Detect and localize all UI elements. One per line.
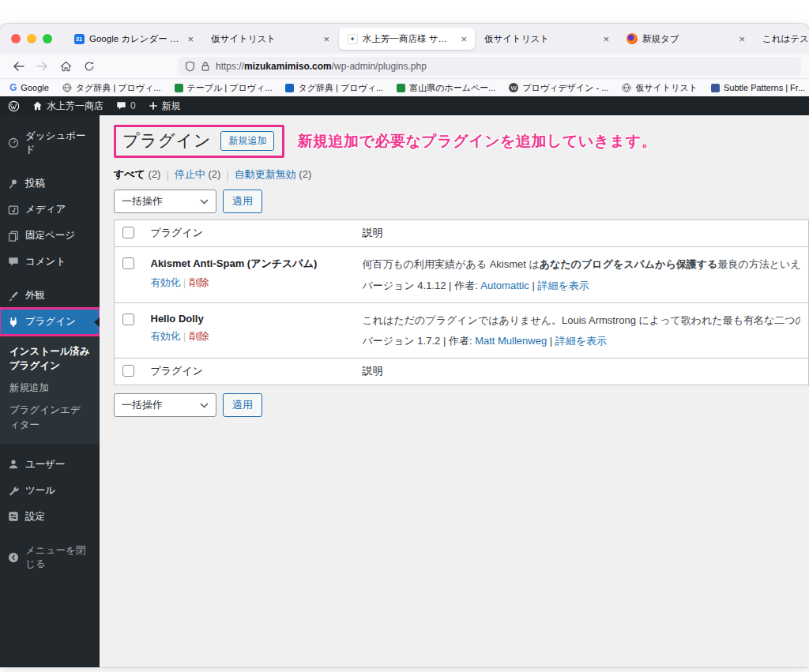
sidebar-item-comments[interactable]: コメント: [0, 249, 100, 275]
activate-link[interactable]: 有効化: [151, 277, 181, 288]
apply-button[interactable]: 適用: [223, 393, 262, 417]
plugins-submenu: インストール済みプラグイン 新規追加 プラグインエディター: [0, 335, 100, 444]
row-checkbox[interactable]: [122, 257, 134, 269]
submenu-installed-plugins[interactable]: インストール済みプラグイン: [0, 340, 100, 377]
submenu-add-new[interactable]: 新規追加: [0, 377, 100, 399]
wp-admin-bar: 水上芳一商店 0 新規: [0, 96, 809, 115]
tab-close-icon[interactable]: ×: [186, 34, 195, 44]
select-all-checkbox[interactable]: [122, 227, 134, 238]
wordpress-icon: W: [509, 83, 518, 92]
filter-auto-update-disabled[interactable]: 自動更新無効 (2): [235, 167, 312, 182]
wp-logo-icon[interactable]: [8, 100, 20, 112]
sidebar-item-appearance[interactable]: 外観: [0, 283, 100, 309]
tab-site-list-1[interactable]: 仮サイトリスト ×: [203, 28, 337, 50]
plugin-description: これはただのプラグインではありません。Louis Armstrong によって歌…: [363, 313, 801, 328]
settings-icon: [8, 511, 19, 522]
comment-bubble-icon: [116, 101, 126, 111]
forward-icon[interactable]: [32, 57, 52, 76]
home-icon[interactable]: [55, 57, 76, 76]
tab-new-tab[interactable]: 新規タブ ×: [619, 28, 753, 50]
sidebar-item-dashboard[interactable]: ダッシュボード: [0, 123, 100, 163]
tab-title: これはテストで: [762, 33, 809, 45]
tab-close-icon[interactable]: ×: [459, 34, 468, 44]
bulk-action-select[interactable]: 一括操作: [114, 190, 216, 213]
select-all-checkbox[interactable]: [122, 365, 134, 377]
activate-link[interactable]: 有効化: [151, 331, 181, 342]
filter-inactive[interactable]: 停止中 (2): [175, 167, 221, 182]
sidebar-item-tools[interactable]: ツール: [0, 478, 100, 504]
dashboard-icon: [8, 137, 19, 148]
bookmark-tag-dict-1[interactable]: タグ辞典 | プロヴィ...: [62, 82, 161, 94]
plugin-name: Akismet Anti-Spam (アンチスパム): [151, 257, 347, 271]
sidebar-item-users[interactable]: ユーザー: [0, 452, 100, 478]
plugins-table: プラグイン 説明 Akismet Anti-Spam (アンチスパム) 有効化|…: [114, 220, 809, 385]
delete-link[interactable]: 削除: [189, 331, 209, 342]
bookmark-provi-design[interactable]: Wプロヴィデザイン - ...: [509, 82, 608, 94]
tab-close-icon[interactable]: ×: [322, 34, 331, 44]
browser-window: 31 Google カレンダー - 2021年 9月 × 仮サイトリスト × ✦…: [0, 24, 809, 667]
apply-button[interactable]: 適用: [223, 190, 262, 213]
view-details-link[interactable]: 詳細を表示: [555, 335, 607, 347]
view-details-link[interactable]: 詳細を表示: [537, 280, 589, 291]
plugin-status-filters: すべて (2) | 停止中 (2) | 自動更新無効 (2): [114, 167, 809, 182]
author-link[interactable]: Automattic: [480, 280, 529, 291]
brush-icon: [8, 291, 19, 302]
google-g-icon: G: [9, 82, 17, 93]
bulk-actions-top: 一括操作 適用: [114, 190, 809, 213]
tab-close-icon[interactable]: ×: [737, 34, 747, 44]
site-favicon-icon: ✦: [347, 33, 358, 44]
tab-google-calendar[interactable]: 31 Google カレンダー - 2021年 9月 ×: [66, 28, 201, 50]
submenu-plugin-editor[interactable]: プラグインエディター: [0, 399, 100, 435]
tab-sample-site-active[interactable]: ✦ 水上芳一商店様 サンプルサイト ×: [339, 28, 475, 50]
shield-icon[interactable]: [185, 61, 195, 72]
tab-bar: 31 Google カレンダー - 2021年 9月 × 仮サイトリスト × ✦…: [0, 24, 809, 54]
tab-title: 新規タブ: [642, 33, 732, 45]
lock-icon[interactable]: [201, 61, 210, 72]
adminbar-comments[interactable]: 0: [116, 100, 136, 111]
sidebar-item-media[interactable]: メディア: [0, 197, 100, 223]
filter-all[interactable]: すべて (2): [114, 167, 160, 182]
tab-close-icon[interactable]: ×: [601, 34, 611, 44]
sidebar-item-settings[interactable]: 設定: [0, 504, 100, 530]
plugin-meta: バージョン 1.7.2 | 作者: Matt Mullenweg | 詳細を表示: [363, 334, 801, 348]
back-icon[interactable]: [8, 57, 28, 76]
author-link[interactable]: Matt Mullenweg: [475, 335, 547, 347]
bookmark-google[interactable]: GGoogle: [9, 82, 49, 93]
address-bar[interactable]: https://mizukamimiso.com/wp-admin/plugin…: [179, 57, 801, 76]
delete-link[interactable]: 削除: [189, 277, 209, 288]
chevron-down-icon: [200, 403, 209, 408]
column-header-description: 説明: [355, 220, 809, 247]
globe-icon: [622, 83, 631, 92]
reload-icon[interactable]: [79, 57, 100, 76]
row-checkbox[interactable]: [122, 313, 134, 325]
bookmarks-bar: GGoogle タグ辞典 | プロヴィ... テーブル | プロヴィ... タグ…: [0, 79, 809, 96]
plugins-page: プラグイン 新規追加 新規追加で必要なプラグインを追加していきます。 すべて (…: [100, 115, 809, 667]
sidebar-item-collapse-menu[interactable]: メニューを閉じる: [0, 538, 100, 577]
tab-title: 仮サイトリスト: [484, 33, 596, 45]
pages-icon: [8, 231, 19, 242]
bookmark-site-list[interactable]: 仮サイトリスト: [622, 82, 698, 94]
tab-site-list-2[interactable]: 仮サイトリスト ×: [476, 28, 617, 50]
bookmark-toyama[interactable]: 富山県のホームペー...: [397, 82, 495, 94]
bookmark-tag-dict-2[interactable]: タグ辞典 | プロヴィ...: [285, 82, 383, 94]
comments-icon: [8, 257, 19, 267]
bookmark-subtle-patterns[interactable]: Subtle Patterns | Fr...: [711, 83, 805, 92]
navigation-bar: https://mizukamimiso.com/wp-admin/plugin…: [0, 54, 809, 79]
sidebar-item-plugins[interactable]: プラグイン: [0, 309, 100, 335]
close-window-button[interactable]: [11, 34, 21, 43]
green-doc-icon: [175, 84, 183, 92]
sidebar-item-posts[interactable]: 投稿: [0, 171, 100, 197]
bookmark-table[interactable]: テーブル | プロヴィ...: [175, 82, 273, 94]
sidebar-item-pages[interactable]: 固定ページ: [0, 223, 100, 249]
zoom-window-button[interactable]: [43, 34, 52, 43]
tab-test[interactable]: これはテストで: [754, 28, 809, 50]
adminbar-new[interactable]: 新規: [149, 99, 181, 113]
add-new-plugin-button[interactable]: 新規追加: [220, 131, 274, 151]
adminbar-site-link[interactable]: 水上芳一商店: [32, 99, 103, 113]
collapse-arrow-icon: [8, 552, 19, 563]
plugin-meta: バージョン 4.1.12 | 作者: Automattic | 詳細を表示: [363, 279, 801, 293]
minimize-window-button[interactable]: [27, 34, 36, 43]
chevron-down-icon: [200, 199, 209, 205]
url-text[interactable]: https://mizukamimiso.com/wp-admin/plugin…: [216, 61, 427, 72]
bulk-action-select[interactable]: 一括操作: [114, 393, 216, 417]
